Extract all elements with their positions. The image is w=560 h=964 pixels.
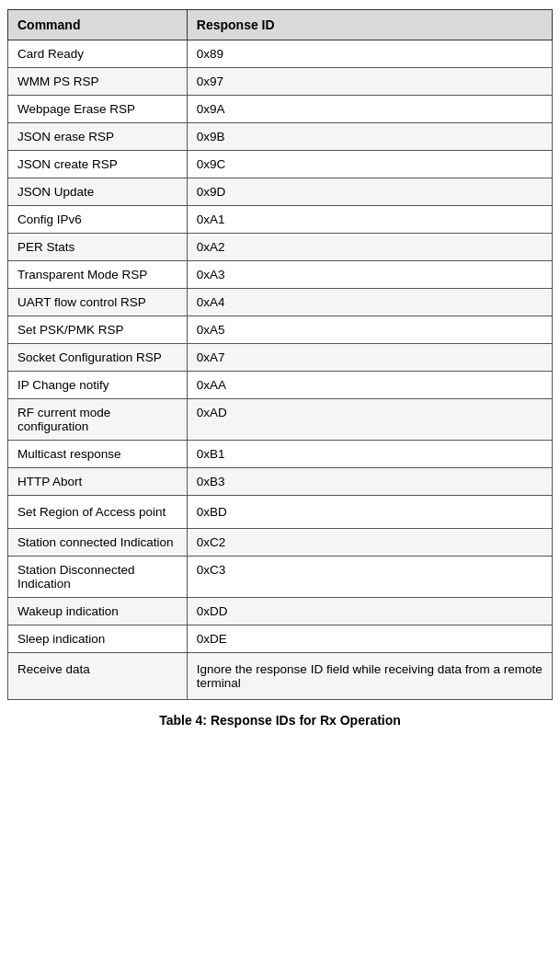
command-cell: RF current mode configuration: [8, 399, 188, 441]
command-cell: IP Change notify: [8, 372, 188, 399]
response-cell: 0xAA: [187, 372, 552, 399]
command-cell: Transparent Mode RSP: [8, 261, 188, 289]
response-cell: 0x89: [187, 40, 552, 68]
response-cell: 0xB1: [187, 441, 552, 468]
response-cell: 0x9C: [187, 151, 552, 178]
response-cell: 0xA7: [187, 344, 552, 372]
response-cell: 0xA2: [187, 234, 552, 261]
command-cell: WMM PS RSP: [8, 68, 188, 96]
response-cell: 0xA1: [187, 206, 552, 234]
command-header: Command: [8, 10, 188, 40]
response-cell: 0xAD: [187, 399, 552, 441]
response-cell: 0xB3: [187, 468, 552, 496]
command-cell: Receive data: [8, 653, 188, 700]
response-cell: 0x97: [187, 68, 552, 96]
response-cell: 0x9B: [187, 123, 552, 151]
response-cell: 0xBD: [187, 496, 552, 529]
command-cell: Socket Configuration RSP: [8, 344, 188, 372]
response-cell: 0xDE: [187, 625, 552, 653]
command-cell: Station connected Indication: [8, 529, 188, 557]
command-cell: Set Region of Access point: [8, 496, 188, 529]
response-id-table: Command Response ID Card Ready0x89WMM PS…: [7, 9, 553, 700]
command-cell: JSON create RSP: [8, 151, 188, 178]
command-cell: Webpage Erase RSP: [8, 96, 188, 123]
response-cell: 0xA5: [187, 316, 552, 344]
response-cell: 0xC3: [187, 557, 552, 598]
response-id-header: Response ID: [187, 10, 552, 40]
command-cell: HTTP Abort: [8, 468, 188, 496]
command-cell: Sleep indication: [8, 625, 188, 653]
table-caption: Table 4: Response IDs for Rx Operation: [159, 713, 401, 728]
response-cell: 0xDD: [187, 598, 552, 625]
response-cell: 0x9D: [187, 178, 552, 206]
response-cell: Ignore the response ID field while recei…: [187, 653, 552, 700]
command-cell: JSON erase RSP: [8, 123, 188, 151]
command-cell: UART flow control RSP: [8, 289, 188, 316]
response-cell: 0x9A: [187, 96, 552, 123]
command-cell: JSON Update: [8, 178, 188, 206]
command-cell: Multicast response: [8, 441, 188, 468]
response-cell: 0xC2: [187, 529, 552, 557]
command-cell: PER Stats: [8, 234, 188, 261]
command-cell: Config IPv6: [8, 206, 188, 234]
response-cell: 0xA4: [187, 289, 552, 316]
response-cell: 0xA3: [187, 261, 552, 289]
command-cell: Wakeup indication: [8, 598, 188, 625]
command-cell: Set PSK/PMK RSP: [8, 316, 188, 344]
command-cell: Card Ready: [8, 40, 188, 68]
command-cell: Station Disconnected Indication: [8, 557, 188, 598]
